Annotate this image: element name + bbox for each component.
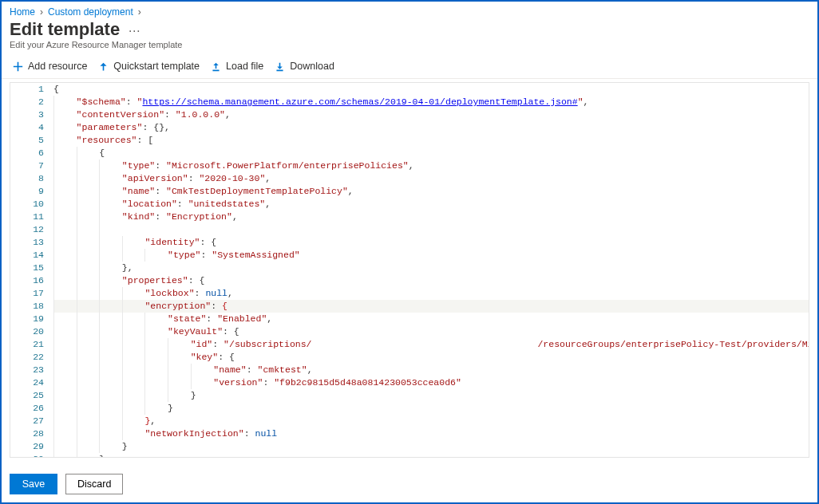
breadcrumb-sep-icon: › — [40, 6, 43, 18]
toolbar: Add resource Quickstart template Load fi… — [2, 56, 817, 79]
editor-gutter: 1234567891011121314151617181920212223242… — [10, 83, 50, 457]
upload-icon — [211, 61, 221, 72]
breadcrumb-sep-icon: › — [138, 6, 141, 18]
breadcrumb-custom-deployment[interactable]: Custom deployment — [48, 6, 133, 18]
toolbar-label: Add resource — [28, 61, 87, 72]
save-button[interactable]: Save — [10, 474, 57, 494]
more-actions-button[interactable]: … — [128, 22, 142, 34]
template-editor[interactable]: 1234567891011121314151617181920212223242… — [10, 82, 809, 458]
toolbar-label: Download — [290, 61, 334, 72]
plus-icon — [13, 61, 23, 72]
toolbar-label: Load file — [226, 61, 263, 72]
load-file-button[interactable]: Load file — [211, 61, 263, 72]
download-button[interactable]: Download — [275, 61, 334, 72]
breadcrumb: Home › Custom deployment › — [2, 2, 817, 18]
breadcrumb-home[interactable]: Home — [10, 6, 35, 18]
download-icon — [275, 61, 285, 72]
page-title: Edit template — [10, 19, 120, 40]
arrow-up-icon — [98, 61, 109, 72]
quickstart-template-button[interactable]: Quickstart template — [98, 61, 200, 72]
page-subtitle: Edit your Azure Resource Manager templat… — [2, 40, 817, 56]
discard-button[interactable]: Discard — [65, 474, 123, 494]
footer: Save Discard — [2, 466, 817, 502]
toolbar-label: Quickstart template — [113, 61, 200, 72]
add-resource-button[interactable]: Add resource — [13, 61, 87, 72]
editor-code[interactable]: { "$schema": "https://schema.management.… — [50, 83, 809, 457]
